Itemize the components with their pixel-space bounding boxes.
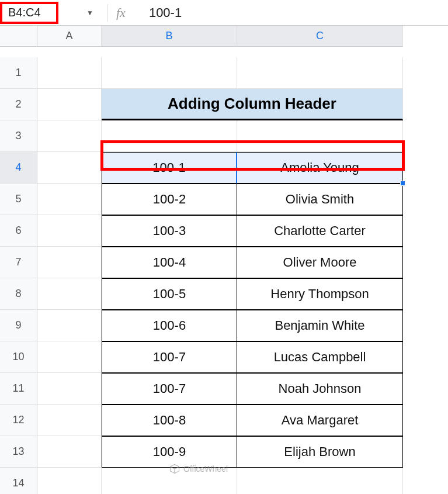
cell-b11[interactable]: 100-7 xyxy=(102,373,237,405)
row-header-6[interactable]: 6 xyxy=(0,215,37,247)
row-header-12[interactable]: 12 xyxy=(0,405,37,436)
cell-a4[interactable] xyxy=(37,152,102,184)
row-header-14[interactable]: 14 xyxy=(0,468,37,494)
cell-b10[interactable]: 100-7 xyxy=(102,341,237,373)
cell-b12[interactable]: 100-8 xyxy=(102,405,237,436)
formula-input[interactable] xyxy=(149,5,448,20)
watermark: OfficeWheel xyxy=(169,464,228,474)
col-header-b[interactable]: B xyxy=(102,26,237,47)
row-header-4[interactable]: 4 xyxy=(0,152,37,184)
cell-b7[interactable]: 100-4 xyxy=(102,247,237,278)
cell-a12[interactable] xyxy=(37,405,102,436)
cell-a13[interactable] xyxy=(37,436,102,468)
select-all-corner[interactable] xyxy=(0,26,37,47)
cell-c3[interactable] xyxy=(237,120,403,152)
cell-a9[interactable] xyxy=(37,310,102,341)
row-header-11[interactable]: 11 xyxy=(0,373,37,405)
cell-c11[interactable]: Noah Johnson xyxy=(237,373,403,405)
cell-c8[interactable]: Henry Thompson xyxy=(237,278,403,310)
fill-handle[interactable] xyxy=(400,181,405,186)
cell-c6[interactable]: Charlotte Carter xyxy=(237,215,403,247)
cell-a14[interactable] xyxy=(37,468,102,494)
cell-b3[interactable] xyxy=(102,120,237,152)
row-header-8[interactable]: 8 xyxy=(0,278,37,310)
cell-b13[interactable]: 100-9 xyxy=(102,436,237,468)
name-box-container: B4:C4 ▼ xyxy=(0,0,99,25)
cell-c4[interactable]: Amelia Young xyxy=(237,152,403,184)
row-header-5[interactable]: 5 xyxy=(0,184,37,215)
title-cell[interactable]: Adding Column Header xyxy=(102,89,403,120)
cell-a11[interactable] xyxy=(37,373,102,405)
cell-a5[interactable] xyxy=(37,184,102,215)
cell-c10[interactable]: Lucas Campbell xyxy=(237,341,403,373)
cell-b9[interactable]: 100-6 xyxy=(102,310,237,341)
name-box-dropdown-icon[interactable]: ▼ xyxy=(86,9,93,17)
row-header-2[interactable]: 2 xyxy=(0,89,37,120)
row-header-1[interactable]: 1 xyxy=(0,57,37,89)
name-box[interactable]: B4:C4 xyxy=(0,2,58,24)
cell-c9[interactable]: Benjamin White xyxy=(237,310,403,341)
cell-a1[interactable] xyxy=(37,57,102,89)
cell-a6[interactable] xyxy=(37,215,102,247)
cell-b6[interactable]: 100-3 xyxy=(102,215,237,247)
formula-bar: B4:C4 ▼ fx xyxy=(0,0,448,26)
fx-label: fx xyxy=(116,5,126,20)
row-header-3[interactable]: 3 xyxy=(0,120,37,152)
cell-b1[interactable] xyxy=(102,57,237,89)
cell-a10[interactable] xyxy=(37,341,102,373)
cell-c7[interactable]: Oliver Moore xyxy=(237,247,403,278)
cell-c5[interactable]: Olivia Smith xyxy=(237,184,403,215)
watermark-text: OfficeWheel xyxy=(183,464,228,474)
row-header-7[interactable]: 7 xyxy=(0,247,37,278)
cell-a2[interactable] xyxy=(37,89,102,120)
spreadsheet-grid[interactable]: A B C 1 2 Adding Column Header 3 4 100-1… xyxy=(0,26,448,494)
cell-a7[interactable] xyxy=(37,247,102,278)
cell-a8[interactable] xyxy=(37,278,102,310)
col-header-a[interactable]: A xyxy=(37,26,102,47)
cell-c14[interactable] xyxy=(237,468,403,494)
watermark-logo-icon xyxy=(169,464,180,474)
cell-b5[interactable]: 100-2 xyxy=(102,184,237,215)
cell-a3[interactable] xyxy=(37,120,102,152)
cell-c1[interactable] xyxy=(237,57,403,89)
cell-c12[interactable]: Ava Margaret xyxy=(237,405,403,436)
row-header-13[interactable]: 13 xyxy=(0,436,37,468)
cell-c13[interactable]: Elijah Brown xyxy=(237,436,403,468)
cell-b8[interactable]: 100-5 xyxy=(102,278,237,310)
row-header-10[interactable]: 10 xyxy=(0,341,37,373)
col-header-c[interactable]: C xyxy=(237,26,403,47)
cell-b4[interactable]: 100-1 xyxy=(102,152,237,184)
divider xyxy=(107,4,108,22)
row-header-9[interactable]: 9 xyxy=(0,310,37,341)
